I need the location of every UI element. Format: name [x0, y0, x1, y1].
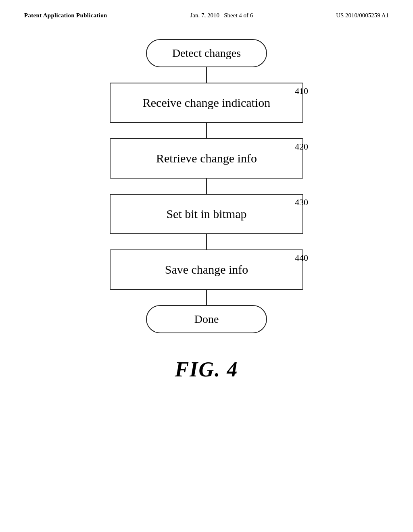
connector-3	[206, 234, 207, 249]
step-440-box: Save change info	[110, 249, 303, 290]
start-node: Detect changes	[146, 39, 267, 67]
figure-caption: FIG. 4	[175, 357, 238, 381]
connector-4	[206, 290, 207, 305]
page-header: Patent Application Publication Jan. 7, 2…	[0, 0, 413, 27]
step-420-label: 420	[295, 141, 308, 152]
connector-1	[206, 123, 207, 138]
page: Patent Application Publication Jan. 7, 2…	[0, 0, 413, 532]
patent-number-label: US 2010/0005259 A1	[336, 12, 389, 19]
step-410-wrapper: Receive change indication 410	[94, 83, 319, 123]
step-420-box: Retrieve change info	[110, 138, 303, 179]
step-410-label: 410	[295, 86, 308, 96]
publication-label: Patent Application Publication	[24, 12, 107, 19]
sheet-label: Sheet 4 of 6	[224, 12, 253, 19]
step-410-box: Receive change indication	[110, 83, 303, 123]
diagram-area: Detect changes Receive change indication…	[0, 27, 413, 381]
date-sheet-label: Jan. 7, 2010 Sheet 4 of 6	[190, 12, 253, 19]
step-430-box: Set bit in bitmap	[110, 194, 303, 234]
step-440-label: 440	[295, 253, 308, 263]
date-label: Jan. 7, 2010	[190, 12, 224, 19]
step-440-wrapper: Save change info 440	[94, 249, 319, 290]
connector-2	[206, 179, 207, 194]
flowchart: Detect changes Receive change indication…	[94, 39, 319, 333]
step-430-label: 430	[295, 197, 308, 208]
connector-0	[206, 67, 207, 83]
step-430-wrapper: Set bit in bitmap 430	[94, 194, 319, 234]
step-420-wrapper: Retrieve change info 420	[94, 138, 319, 179]
end-node: Done	[146, 305, 267, 333]
